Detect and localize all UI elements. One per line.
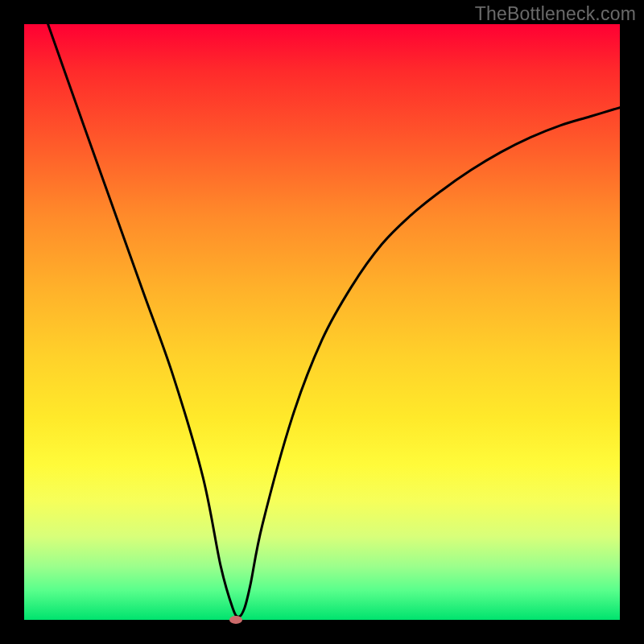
chart-frame: TheBottleneck.com [0, 0, 644, 644]
plot-area [24, 24, 620, 620]
bottleneck-curve [24, 24, 620, 620]
watermark-text: TheBottleneck.com [475, 3, 636, 25]
minimum-marker [229, 616, 242, 624]
